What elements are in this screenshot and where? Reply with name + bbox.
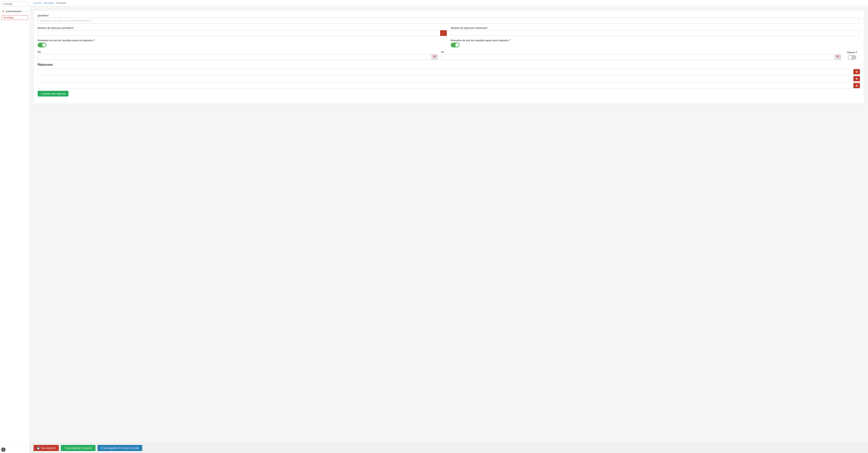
- reponse-delete-btn-0[interactable]: 🗑: [854, 69, 860, 74]
- question-input[interactable]: [38, 18, 860, 24]
- au-input-wrap: 📅: [441, 54, 841, 60]
- save-button[interactable]: 💾 Sauvegarder: [34, 445, 59, 451]
- save-add-button[interactable]: + Sauvegarder et ajouter: [61, 445, 95, 451]
- form-card: Question* Nombre de réponses possibles* …: [34, 10, 864, 104]
- date-row: Du 📅 Au 📅 Clôturé ?: [38, 51, 860, 60]
- reponse-input-1[interactable]: Non: [38, 76, 854, 82]
- au-input[interactable]: [441, 54, 834, 60]
- save-add-label: + Sauvegarder et ajouter: [64, 447, 92, 449]
- form-area: Question* Nombre de réponses possibles* …: [30, 6, 868, 443]
- voir-avant-label: Permettre de voir les résultats avant de…: [38, 39, 447, 42]
- sondages-link[interactable]: Sondages: [2, 15, 28, 20]
- chevron-down-icon: ▾: [26, 10, 27, 12]
- sidebar: ⬇ Administration ▾ Sondages +: [0, 0, 30, 453]
- cloture-slider: [848, 55, 856, 60]
- au-group: Au 📅: [441, 51, 841, 60]
- save-icon: 💾: [37, 447, 40, 449]
- breadcrumb-sep-1: ›: [42, 2, 43, 4]
- nb-possibles-label: Nombre de réponses possibles*: [38, 27, 447, 29]
- cloture-group: Clôturé ?: [844, 51, 860, 60]
- voir-apres-toggle-wrapper: [451, 42, 860, 48]
- voir-avant-toggle-wrapper: [38, 42, 447, 48]
- reponse-delete-btn-2[interactable]: 🗑: [854, 83, 860, 88]
- reponse-row-1: Non 🗑: [38, 76, 860, 82]
- reponse-input-0[interactable]: Oui: [38, 69, 854, 74]
- sidebar-search-area: [0, 0, 29, 8]
- nb-possibles-col: Nombre de réponses possibles* 1 ⋯: [38, 27, 447, 39]
- reponses-group: Réponses Oui 🗑 Non 🗑 Peu importe 🗑 + Ajo…: [38, 63, 860, 96]
- voir-avant-slider: [38, 42, 46, 48]
- voir-apres-col: Permettre de voir les résultats après av…: [451, 39, 860, 51]
- nb-min-group: Nombre de réponses minimums* 1: [451, 27, 860, 36]
- breadcrumb-sondages[interactable]: Sondages: [43, 2, 54, 4]
- du-label: Du: [38, 51, 438, 53]
- cloture-label: Clôturé ?: [847, 51, 857, 54]
- voir-avant-col: Permettre de voir les résultats avant de…: [38, 39, 447, 51]
- reponse-input-2[interactable]: Peu importe: [38, 83, 854, 88]
- au-label: Au: [441, 51, 841, 53]
- save-list-label: ≡ Sauvegarder et revenir à la liste: [101, 447, 139, 449]
- du-input[interactable]: [38, 54, 431, 60]
- reponse-delete-btn-1[interactable]: 🗑: [854, 76, 860, 81]
- voir-avant-toggle[interactable]: [38, 42, 46, 48]
- breadcrumb-accueil[interactable]: Accueil: [34, 2, 41, 4]
- cloture-toggle[interactable]: [848, 55, 856, 60]
- nb-min-col: Nombre de réponses minimums* 1: [451, 27, 860, 39]
- nb-min-label: Nombre de réponses minimums*: [451, 27, 860, 29]
- sidebar-section-label: Administration: [5, 10, 25, 13]
- breadcrumb-sep-2: ›: [55, 2, 56, 4]
- nb-reponses-row: Nombre de réponses possibles* 1 ⋯ Nombre…: [38, 27, 860, 39]
- search-input[interactable]: [2, 2, 28, 6]
- add-reponse-button[interactable]: + Ajouter une réponse: [38, 91, 68, 96]
- voir-apres-toggle[interactable]: [451, 42, 460, 48]
- main-content: Accueil › Sondages › Nouveau Question*: [30, 0, 868, 453]
- du-input-wrap: 📅: [38, 54, 438, 60]
- breadcrumb-nouveau: Nouveau: [57, 2, 66, 4]
- reponse-row-2: Peu importe 🗑: [38, 83, 860, 88]
- au-calendar-btn[interactable]: 📅: [834, 54, 841, 60]
- voir-apres-label: Permettre de voir les résultats après av…: [451, 39, 860, 42]
- voir-apres-group: Permettre de voir les résultats après av…: [451, 39, 860, 48]
- question-label: Question*: [38, 14, 860, 17]
- nb-possibles-icon-btn[interactable]: ⋯: [440, 30, 447, 36]
- administration-icon: ⬇: [2, 10, 4, 13]
- du-group: Du 📅: [38, 51, 438, 60]
- sidebar-bottom: +: [0, 446, 29, 453]
- toggles-row: Permettre de voir les résultats avant de…: [38, 39, 860, 51]
- save-list-button[interactable]: ≡ Sauvegarder et revenir à la liste: [97, 445, 142, 451]
- sidebar-item-sondages[interactable]: Sondages: [2, 15, 28, 20]
- sidebar-administration-section[interactable]: ⬇ Administration ▾: [0, 8, 29, 14]
- reponse-row-0: Oui 🗑: [38, 69, 860, 74]
- breadcrumb: Accueil › Sondages › Nouveau: [30, 0, 868, 6]
- sidebar-bottom-button[interactable]: +: [1, 448, 5, 452]
- du-calendar-btn[interactable]: 📅: [431, 54, 438, 60]
- nb-possibles-input[interactable]: 1: [38, 30, 440, 36]
- nb-possibles-input-group: 1 ⋯: [38, 30, 447, 36]
- voir-avant-group: Permettre de voir les résultats avant de…: [38, 39, 447, 48]
- save-label: Sauvegarder: [41, 447, 56, 449]
- question-group: Question*: [38, 14, 860, 24]
- voir-apres-slider: [451, 42, 460, 48]
- footer-toolbar: 💾 Sauvegarder + Sauvegarder et ajouter ≡…: [30, 443, 868, 453]
- nb-possibles-group: Nombre de réponses possibles* 1 ⋯: [38, 27, 447, 36]
- nb-min-input[interactable]: 1: [451, 30, 860, 36]
- reponses-title: Réponses: [38, 63, 860, 66]
